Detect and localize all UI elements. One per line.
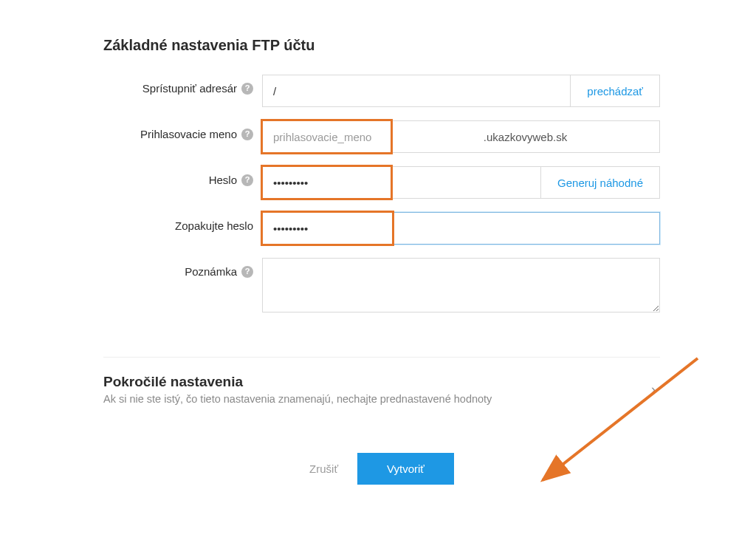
section-title: Základné nastavenia FTP účtu	[103, 37, 660, 54]
note-textarea[interactable]	[262, 258, 660, 313]
login-input[interactable]	[262, 120, 391, 153]
help-icon[interactable]: ?	[241, 129, 253, 140]
chevron-right-icon: ›	[651, 382, 656, 397]
directory-input[interactable]	[262, 75, 571, 107]
password-repeat-input[interactable]	[263, 213, 392, 244]
password-label: Heslo	[209, 174, 237, 186]
help-icon[interactable]: ?	[241, 174, 253, 186]
actions-row: Zrušiť Vytvoriť	[103, 453, 660, 485]
advanced-subtitle: Ak si nie ste istý, čo tieto nastavenia …	[103, 393, 492, 405]
create-button[interactable]: Vytvoriť	[357, 453, 454, 485]
cancel-button[interactable]: Zrušiť	[309, 462, 338, 475]
row-note: Poznámka ?	[103, 258, 660, 313]
browse-button[interactable]: prechádzať	[571, 75, 660, 107]
password-input[interactable]	[262, 166, 391, 199]
help-icon[interactable]: ?	[241, 266, 253, 278]
row-directory: Sprístupniť adresár ? prechádzať	[103, 75, 660, 107]
directory-label: Sprístupniť adresár	[142, 82, 237, 95]
generate-password-button[interactable]: Generuj náhodné	[540, 166, 660, 199]
advanced-title: Pokročilé nastavenia	[103, 374, 492, 390]
help-icon[interactable]: ?	[241, 83, 253, 95]
login-label: Prihlasovacie meno	[140, 128, 237, 140]
password-repeat-wrapper	[262, 212, 660, 245]
row-login: Prihlasovacie meno ?	[103, 120, 660, 153]
advanced-settings-toggle[interactable]: Pokročilé nastavenia Ak si nie ste istý,…	[103, 357, 660, 405]
login-domain-suffix	[391, 120, 660, 153]
row-password: Heslo ? Generuj náhodné	[103, 166, 660, 199]
password-repeat-label: Zopakujte heslo	[175, 219, 253, 232]
row-password-repeat: Zopakujte heslo	[103, 212, 660, 245]
password-spacer	[391, 166, 540, 199]
note-label: Poznámka	[185, 265, 237, 278]
